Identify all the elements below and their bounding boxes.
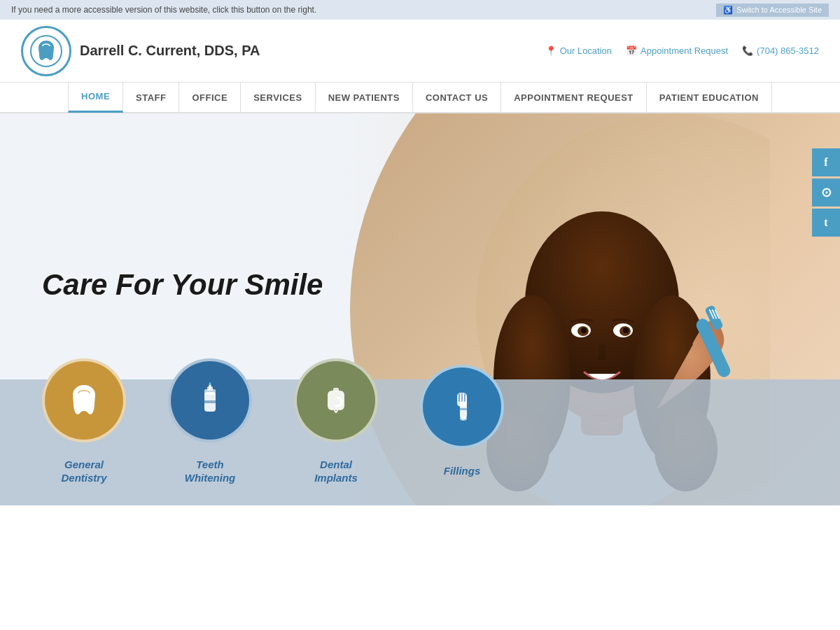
logo-icon [29,34,64,69]
nav-services[interactable]: SERVICES [241,82,316,113]
brush-icon [441,386,483,428]
hero-section: Care For Your Smile f ⊙ t GeneralDentist… [0,113,840,505]
accessibility-message: If you need a more accessible version of… [11,5,316,15]
header: Darrell C. Current, DDS, PA 📍 Our Locati… [0,20,840,83]
teeth-whitening-label: TeethWhitening [185,458,235,485]
general-dentistry-circle [42,358,126,442]
nav-office[interactable]: OFFICE [179,82,241,113]
fillings-label: Fillings [444,464,481,478]
phone-number: (704) 865-3512 [757,46,819,56]
location-link[interactable]: 📍 Our Location [545,46,612,56]
calendar-icon: 📅 [626,46,637,56]
svg-rect-31 [464,393,465,402]
svg-point-32 [460,416,467,421]
teeth-whitening-circle [168,358,252,442]
header-links: 📍 Our Location 📅 Appointment Request 📞 (… [545,46,819,56]
social-sidebar: f ⊙ t [812,148,840,237]
svg-rect-24 [204,400,216,403]
dental-implants-label: DentalImplants [314,458,358,485]
logo-circle [21,26,71,76]
nav-appointment-request[interactable]: APPOINTMENT REQUEST [501,82,647,113]
logo-area: Darrell C. Current, DDS, PA [21,26,260,76]
nav-contact-us[interactable]: CONTACT US [413,82,501,113]
floss-icon [315,379,357,421]
tube-icon [189,379,231,421]
svg-rect-29 [458,393,460,402]
phone-icon: 📞 [742,46,753,56]
nav-home[interactable]: HOME [68,82,123,113]
nav-staff[interactable]: STAFF [123,82,179,113]
general-dentistry-label: GeneralDentistry [61,458,106,485]
hero-tagline: Care For Your Smile [42,267,323,302]
accessible-version-button[interactable]: ♿ Switch to Accessible Site [716,4,829,17]
nav-patient-education[interactable]: PATIENT EDUCATION [647,82,772,113]
location-icon: 📍 [545,46,556,56]
appointment-link[interactable]: 📅 Appointment Request [626,46,728,56]
dental-implants-circle [294,358,378,442]
service-teeth-whitening[interactable]: TeethWhitening [154,400,266,485]
tooth-icon [63,379,105,421]
svg-rect-33 [460,408,467,410]
accessibility-bar: If you need a more accessible version of… [0,0,840,20]
wheelchair-icon: ♿ [723,6,733,15]
services-strip: GeneralDentistry TeethWhitening [0,379,840,505]
svg-point-15 [623,328,629,333]
fillings-circle [420,365,504,449]
service-fillings[interactable]: Fillings [406,407,518,478]
svg-rect-26 [333,388,339,392]
service-dental-implants[interactable]: DentalImplants [280,400,392,485]
location-label: Our Location [560,46,612,56]
main-nav: HOME STAFF OFFICE SERVICES NEW PATIENTS … [0,83,840,113]
svg-rect-30 [461,393,463,402]
practice-name: Darrell C. Current, DDS, PA [80,43,260,59]
service-general-dentistry[interactable]: GeneralDentistry [28,400,140,485]
appointment-label: Appointment Request [640,46,728,56]
phone-link[interactable]: 📞 (704) 865-3512 [742,46,819,56]
rss-button[interactable]: ⊙ [812,178,840,206]
facebook-button[interactable]: f [812,148,840,176]
twitter-button[interactable]: t [812,209,840,237]
nav-new-patients[interactable]: NEW PATIENTS [316,82,413,113]
switch-label: Switch to Accessible Site [736,6,822,14]
svg-point-14 [581,328,587,333]
